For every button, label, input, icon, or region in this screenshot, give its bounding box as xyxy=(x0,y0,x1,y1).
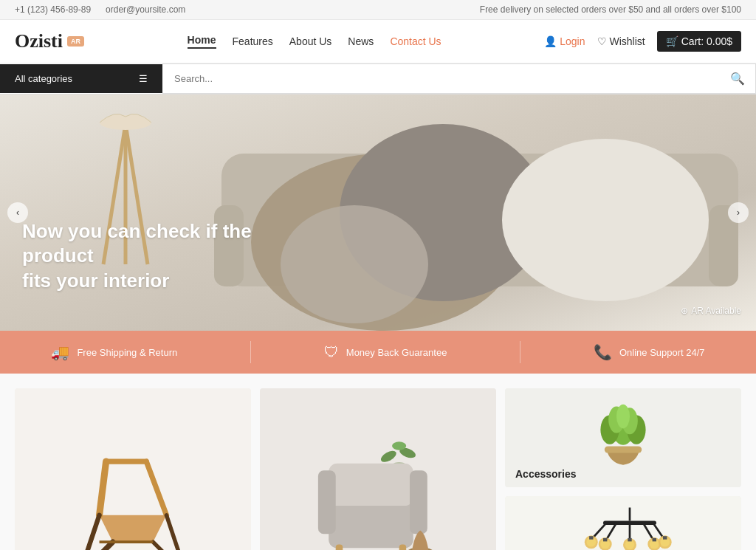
search-input-wrap: 🔍 xyxy=(162,63,756,94)
menu-icon: ☰ xyxy=(139,73,148,84)
benefit-shipping: 🚚 Free Shipping & Return xyxy=(51,343,177,361)
svg-point-25 xyxy=(379,449,399,464)
hero-next-button[interactable]: › xyxy=(728,202,749,223)
svg-line-17 xyxy=(146,461,166,515)
login-button[interactable]: 👤 Login xyxy=(544,35,585,47)
svg-line-19 xyxy=(166,515,183,550)
search-bar: All categories ☰ 🔍 xyxy=(0,63,756,94)
svg-rect-32 xyxy=(336,545,343,550)
svg-line-47 xyxy=(643,523,653,540)
search-button[interactable]: 🔍 xyxy=(720,64,755,93)
cart-icon: 🛒 xyxy=(666,35,678,47)
svg-rect-30 xyxy=(318,470,336,534)
hero-section: Now you can check if the product fits yo… xyxy=(0,94,756,331)
guarantee-icon: 🛡 xyxy=(324,344,339,361)
support-label: Online Support 24/7 xyxy=(619,347,705,358)
accessories-label: Accessories xyxy=(515,468,577,480)
svg-point-27 xyxy=(392,441,406,450)
header-actions: 👤 Login ♡ Wishlist 🛒 Cart: 0.00$ xyxy=(544,31,741,52)
categories-section: Furniture xyxy=(0,374,756,550)
furniture-illustration xyxy=(59,403,207,550)
hero-prev-button[interactable]: ‹ xyxy=(7,202,28,223)
login-icon: 👤 xyxy=(544,35,557,47)
email: order@yoursite.com xyxy=(106,4,185,15)
categories-button[interactable]: All categories ☰ xyxy=(0,64,162,93)
svg-line-48 xyxy=(653,523,664,537)
category-sofas[interactable]: Sofas & Armchairs xyxy=(260,388,496,550)
svg-rect-41 xyxy=(605,447,642,453)
shipping-icon: 🚚 xyxy=(51,343,69,361)
category-lighting[interactable]: Lighting xyxy=(505,496,741,550)
search-icon: 🔍 xyxy=(730,72,745,85)
nav-contact[interactable]: Contact Us xyxy=(390,35,441,47)
categories-label: All categories xyxy=(15,73,72,84)
benefits-bar: 🚚 Free Shipping & Return 🛡 Money Back Gu… xyxy=(0,331,756,374)
benefit-divider-2 xyxy=(520,341,520,363)
wishlist-label: Wishlist xyxy=(610,35,645,47)
logo[interactable]: Ozisti AR xyxy=(15,30,84,52)
svg-point-12 xyxy=(281,205,428,323)
svg-point-9 xyxy=(502,139,709,301)
svg-line-20 xyxy=(83,515,100,550)
top-bar: +1 (123) 456-89-89 order@yoursite.com Fr… xyxy=(0,0,756,20)
svg-rect-61 xyxy=(628,538,631,542)
ar-available-badge: ⊕ AR Available xyxy=(681,306,741,316)
support-icon: 📞 xyxy=(594,343,612,361)
svg-rect-33 xyxy=(399,545,407,550)
main-nav: Home Features About Us News Contact Us xyxy=(188,34,441,49)
svg-rect-31 xyxy=(410,470,427,534)
svg-marker-13 xyxy=(100,515,167,542)
header: Ozisti AR Home Features About Us News Co… xyxy=(0,20,756,63)
promo-text: Free delivery on selected orders over $5… xyxy=(480,4,741,15)
benefit-divider-1 xyxy=(250,341,251,363)
svg-point-40 xyxy=(616,405,630,428)
svg-line-44 xyxy=(594,523,607,537)
svg-rect-60 xyxy=(603,538,607,542)
search-input[interactable] xyxy=(162,66,720,92)
hero-headline: Now you can check if the product fits yo… xyxy=(22,219,303,294)
nav-home[interactable]: Home xyxy=(188,34,216,49)
phone: +1 (123) 456-89-89 xyxy=(15,4,91,15)
sofa-illustration xyxy=(300,399,456,550)
benefit-guarantee: 🛡 Money Back Guarantee xyxy=(324,344,447,361)
ar-badge: AR xyxy=(67,36,84,47)
guarantee-label: Money Back Guarantee xyxy=(346,347,447,358)
accessories-illustration xyxy=(557,392,690,481)
logo-text: Ozisti xyxy=(15,30,63,52)
cart-button[interactable]: 🛒 Cart: 0.00$ xyxy=(657,31,741,52)
svg-rect-59 xyxy=(589,536,593,540)
lighting-illustration xyxy=(557,500,690,550)
hero-content: Now you can check if the product fits yo… xyxy=(22,219,303,294)
svg-rect-62 xyxy=(653,538,656,542)
category-furniture[interactable]: Furniture xyxy=(15,388,251,550)
nav-about[interactable]: About Us xyxy=(289,35,332,47)
heart-icon: ♡ xyxy=(597,35,607,47)
benefit-support: 📞 Online Support 24/7 xyxy=(594,343,705,361)
wishlist-button[interactable]: ♡ Wishlist xyxy=(597,35,645,47)
login-label: Login xyxy=(560,35,585,47)
categories-grid: Furniture xyxy=(15,388,741,550)
svg-line-45 xyxy=(607,523,617,540)
hero-illustration xyxy=(0,94,756,331)
nav-features[interactable]: Features xyxy=(233,35,273,47)
svg-line-16 xyxy=(100,461,106,515)
svg-rect-63 xyxy=(663,536,667,540)
category-accessories[interactable]: Accessories xyxy=(505,388,741,487)
svg-point-54 xyxy=(625,540,635,550)
shipping-label: Free Shipping & Return xyxy=(77,347,177,358)
nav-news[interactable]: News xyxy=(348,35,374,47)
cart-label: Cart: 0.00$ xyxy=(681,35,732,47)
svg-rect-29 xyxy=(329,464,413,506)
ar-icon: ⊕ xyxy=(681,306,688,316)
